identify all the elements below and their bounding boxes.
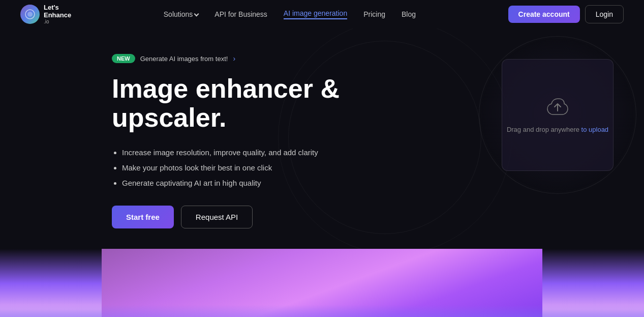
chevron-down-icon	[194, 11, 199, 16]
nav-links: Solutions API for Business AI image gene…	[164, 9, 416, 19]
bullet-3: Generate captivating AI art in high qual…	[122, 177, 386, 189]
new-badge-row: NEW Generate AI images from text! ›	[112, 54, 386, 63]
logo-enhance: Enhance	[44, 12, 71, 19]
nav-api-business[interactable]: API for Business	[214, 10, 267, 18]
svg-point-1	[27, 12, 33, 17]
upload-cloud-icon	[546, 97, 569, 120]
bottom-section	[0, 249, 644, 317]
hero-section: NEW Generate AI images from text! › Imag…	[0, 28, 644, 249]
create-account-button[interactable]: Create account	[508, 6, 580, 23]
logo-icon	[20, 5, 40, 24]
upload-inner-box[interactable]: Drag and drop anywhere to upload	[502, 59, 614, 171]
request-api-button[interactable]: Request API	[181, 206, 253, 228]
nav-actions: Create account Login	[508, 5, 624, 23]
logo[interactable]: Let's Enhance .io	[20, 4, 71, 24]
nav-blog[interactable]: Blog	[402, 10, 416, 18]
nav-ai-image[interactable]: AI image generation	[284, 9, 347, 19]
start-free-button[interactable]: Start free	[112, 206, 174, 228]
upload-text: Drag and drop anywhere to upload	[507, 126, 608, 133]
logo-io: .io	[44, 19, 71, 24]
nav-pricing[interactable]: Pricing	[363, 10, 385, 18]
bottom-blur-overlay	[0, 305, 644, 317]
logo-lets: Let's	[44, 4, 71, 11]
bullet-1: Increase image resolution, improve quali…	[122, 147, 386, 159]
login-button[interactable]: Login	[585, 5, 624, 23]
hero-title: Image enhancer & upscaler.	[112, 74, 386, 132]
upload-area[interactable]: Drag and drop anywhere to upload	[492, 49, 624, 181]
nav-solutions[interactable]: Solutions	[164, 10, 199, 18]
hero-cta: Start free Request API	[112, 206, 386, 228]
navbar: Let's Enhance .io Solutions API for Busi…	[0, 0, 644, 28]
bullet-2: Make your photos look their best in one …	[122, 162, 386, 174]
hero-content: NEW Generate AI images from text! › Imag…	[112, 54, 386, 228]
new-badge: NEW	[112, 54, 135, 63]
hero-bullets: Increase image resolution, improve quali…	[112, 147, 386, 189]
badge-arrow-icon: ›	[233, 54, 235, 63]
upload-link[interactable]: to upload	[581, 126, 609, 133]
badge-text: Generate AI images from text!	[140, 55, 228, 63]
